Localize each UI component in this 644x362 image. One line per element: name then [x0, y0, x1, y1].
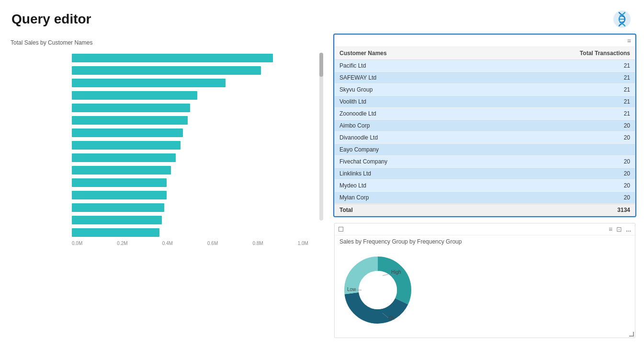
bar-row: Tagfeed Ltd: [72, 190, 308, 200]
donut-svg-container: High Low Ok: [339, 252, 416, 328]
transaction-value-cell: 21: [482, 84, 635, 96]
bar-fill: [72, 191, 167, 199]
bar-fill: [72, 116, 188, 125]
table-menu-icon[interactable]: ≡: [627, 37, 631, 45]
customer-name-cell: Fivechat Company: [335, 156, 482, 168]
scrollbar-thumb[interactable]: [319, 53, 323, 77]
transaction-value-cell: 20: [482, 192, 635, 204]
transaction-value-cell: 21: [482, 108, 635, 120]
customer-name-cell: Aimbo Corp: [335, 120, 482, 132]
bar-track: [72, 104, 308, 112]
bar-track: [72, 116, 308, 125]
bar-row: Pixoboo Corp: [72, 165, 308, 175]
transaction-value-cell: 20: [482, 180, 635, 192]
table-widget-header: ≡: [335, 35, 635, 47]
col-customer-names: Customer Names: [335, 47, 482, 60]
customer-name-cell: Voolith Ltd: [335, 96, 482, 108]
header: Query editor: [0, 0, 644, 35]
bar-row: Aibox Company: [72, 65, 308, 76]
footer-value: 3134: [617, 207, 630, 213]
main-content: Total Sales by Customer Names State LtdA…: [0, 35, 644, 338]
dna-icon: [611, 9, 633, 30]
bar-track: [72, 153, 308, 162]
customer-name-cell: Skyvu Group: [335, 84, 482, 96]
bar-track: [72, 203, 308, 212]
bar-fill: [72, 104, 190, 112]
donut-expand-icon[interactable]: ⊡: [616, 225, 622, 233]
customer-name-cell: SAFEWAY Ltd: [335, 72, 482, 84]
donut-chart-svg: High Low Ok: [339, 252, 416, 328]
table-footer: Total 3134: [335, 204, 635, 216]
transaction-value-cell: [482, 144, 635, 156]
transaction-value-cell: 20: [482, 168, 635, 180]
transaction-value-cell: 20: [482, 120, 635, 132]
table-row[interactable]: SAFEWAY Ltd21: [335, 72, 635, 84]
table-row[interactable]: Skyvu Group21: [335, 84, 635, 96]
table-header-row: Customer Names Total Transactions: [335, 47, 635, 60]
bar-row: Organon Corp: [72, 103, 308, 113]
bar-fill: [72, 178, 167, 187]
customer-name-cell: Linklinks Ltd: [335, 168, 482, 180]
table-row[interactable]: Linklinks Ltd20: [335, 168, 635, 180]
transaction-value-cell: 21: [482, 60, 635, 72]
bar-fill: [72, 141, 181, 150]
customer-name-cell: Zoonoodle Ltd: [335, 108, 482, 120]
bar-fill: [72, 166, 171, 175]
donut-chart-title: Sales by Frequency Group by Frequency Gr…: [335, 235, 635, 245]
transaction-value-cell: 21: [482, 72, 635, 84]
bar-track: [72, 191, 308, 199]
table-widget: ≡ Customer Names Total Transactions Paci…: [334, 35, 635, 216]
customer-name-cell: Eayo Company: [335, 144, 482, 156]
donut-label-high: High: [391, 269, 401, 275]
resize-handle[interactable]: [629, 332, 634, 337]
bar-row: Deseret Group: [72, 140, 308, 151]
table-row[interactable]: Mylan Corp20: [335, 192, 635, 204]
bar-row: GOOD Ltd: [72, 202, 308, 213]
chart-scrollbar[interactable]: [318, 53, 325, 246]
donut-menu-icon[interactable]: ≡: [609, 225, 612, 233]
customer-name-cell: Mydeo Ltd: [335, 180, 482, 192]
bar-fill: [72, 228, 159, 237]
bar-fill: [72, 79, 226, 87]
bar-row: State Ltd: [72, 53, 308, 63]
bar-row: WOCKHARDT Group: [72, 78, 308, 88]
table-row[interactable]: Fivechat Company20: [335, 156, 635, 168]
customer-name-cell: Divanoodle Ltd: [335, 132, 482, 144]
table-row[interactable]: Aimbo Corp20: [335, 120, 635, 132]
bar-track: [72, 79, 308, 87]
bar-fill: [72, 128, 183, 137]
bar-fill: [72, 153, 176, 162]
table-body: Pacific Ltd21SAFEWAY Ltd21Skyvu Group21V…: [335, 60, 635, 204]
bar-track: [72, 66, 308, 75]
donut-corner-handle: [339, 227, 343, 232]
bar-track: [72, 128, 308, 137]
transaction-value-cell: 21: [482, 96, 635, 108]
table-row[interactable]: Voolith Ltd21: [335, 96, 635, 108]
table-row[interactable]: Divanoodle Ltd20: [335, 132, 635, 144]
transactions-table: Customer Names Total Transactions Pacifi…: [335, 47, 635, 204]
bar-track: [72, 228, 308, 237]
donut-label-low: Low: [347, 287, 356, 292]
bar-row: Colgate-Pa Group: [72, 215, 308, 225]
customer-name-cell: Pacific Ltd: [335, 60, 482, 72]
donut-more-icon[interactable]: ...: [626, 226, 631, 233]
donut-label-ok: Ok: [388, 315, 395, 321]
bar-fill: [72, 66, 261, 75]
donut-widget: ≡ ⊡ ... Sales by Frequency Group by Freq…: [334, 223, 635, 338]
bar-row: Golden Corp: [72, 128, 308, 138]
bar-fill: [72, 216, 162, 224]
table-row[interactable]: Eayo Company: [335, 144, 635, 156]
bar-chart-panel: Total Sales by Customer Names State LtdA…: [9, 35, 325, 338]
donut-widget-header: ≡ ⊡ ...: [335, 223, 635, 235]
donut-widget-icons: ≡ ⊡ ...: [609, 225, 631, 233]
col-total-transactions: Total Transactions: [482, 47, 635, 60]
svg-point-7: [359, 271, 397, 309]
donut-content: High Low Ok: [335, 248, 635, 332]
table-row[interactable]: Pacific Ltd21: [335, 60, 635, 72]
chart-title: Total Sales by Customer Names: [9, 39, 325, 46]
bar-track: [72, 216, 308, 224]
bar-chart-container: State LtdAibox CompanyWOCKHARDT GroupTal…: [9, 53, 325, 246]
table-row[interactable]: Mydeo Ltd20: [335, 180, 635, 192]
table-row[interactable]: Zoonoodle Ltd21: [335, 108, 635, 120]
scrollbar-track[interactable]: [319, 53, 323, 221]
